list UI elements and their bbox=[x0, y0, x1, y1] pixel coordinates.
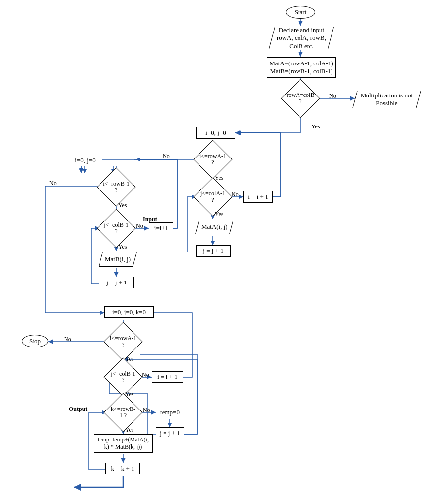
output-section-label: Output bbox=[69, 406, 87, 413]
krowb-decision: k<=rowB-1 ? bbox=[109, 399, 137, 426]
irowa2-decision: i<=rowA-1 ? bbox=[109, 328, 137, 355]
iinc1-label: i = i + 1 bbox=[248, 193, 268, 201]
ijk0-label: i=0, j=0, k=0 bbox=[112, 308, 146, 316]
start-label: Start bbox=[295, 8, 307, 16]
iinc1-process: i = i + 1 bbox=[243, 191, 273, 203]
yes-label-4: Yes bbox=[118, 202, 127, 209]
mult-impossible-io: Multiplication is not Possible bbox=[352, 91, 421, 108]
ij0-top: i=0, j=0 bbox=[196, 127, 235, 139]
rowa-colb-label: rowA=colB ? bbox=[287, 85, 314, 112]
no-label-4: No bbox=[136, 222, 143, 230]
no-label-7: No bbox=[142, 371, 149, 378]
jcolb2-label: j<=colB-1 ? bbox=[109, 363, 137, 391]
yes-label-2: Yes bbox=[215, 174, 223, 182]
declare-io: Declare and input rowA, colA, rowB, ColB… bbox=[269, 27, 334, 49]
no-label-3: No bbox=[232, 191, 239, 198]
jinc2-process: j = j + 1 bbox=[100, 277, 134, 288]
matdef-label: MatA=(rowA-1, colA-1) MatB=(rowB-1, colB… bbox=[269, 60, 333, 76]
temp0-process: temp=0 bbox=[156, 407, 184, 418]
ij0-top-label: i=0, j=0 bbox=[205, 129, 226, 137]
ij0-left-label: i=0, j=0 bbox=[75, 157, 95, 164]
mult-impossible-label: Multiplication is not Possible bbox=[357, 92, 416, 108]
jcolb-label: j<=colB-1 ? bbox=[102, 215, 130, 242]
irowb-label: i<=rowB-1 ? bbox=[102, 173, 130, 201]
matb-io: MatB(i, j) bbox=[99, 252, 137, 267]
irowa-decision: i<=rowA-1 ? bbox=[199, 146, 227, 173]
yes-label-8: Yes bbox=[125, 426, 133, 434]
tempformula-process: temp=temp+(MatA(i, k) * MatB(k, j)) bbox=[94, 434, 153, 453]
jinc3-label: j = j + 1 bbox=[160, 429, 180, 437]
iinc2-process: i=i+1 bbox=[149, 222, 173, 234]
no-label-8: No bbox=[143, 407, 150, 414]
jcola-label: j<=colA-1 ? bbox=[199, 183, 227, 211]
no-label-1: No bbox=[329, 93, 336, 100]
yes-label-1: Yes bbox=[311, 123, 320, 130]
ijk0-process: i=0, j=0, k=0 bbox=[104, 306, 154, 318]
ij0-left: i=0, j=0 bbox=[68, 155, 102, 166]
no-label-5: No bbox=[49, 180, 57, 187]
iinc2-label: i=i+1 bbox=[154, 224, 168, 232]
irowa-label: i<=rowA-1 ? bbox=[199, 146, 227, 173]
yes-label-3: Yes bbox=[215, 211, 223, 218]
kinc-process: k = k + 1 bbox=[105, 463, 140, 474]
jcolb2-decision: j<=colB-1 ? bbox=[109, 363, 137, 391]
rowa-colb-decision: rowA=colB ? bbox=[287, 85, 314, 112]
no-label-2: No bbox=[163, 153, 170, 160]
mata-io-label: MatA(i, j) bbox=[201, 223, 228, 231]
start-terminator: Start bbox=[286, 6, 315, 19]
yes-label-7: Yes bbox=[125, 391, 133, 398]
jcola-decision: j<=colA-1 ? bbox=[199, 183, 227, 211]
yes-label-6: Yes bbox=[125, 355, 133, 363]
mata-io: MatA(i, j) bbox=[195, 220, 233, 234]
irowa2-label: i<=rowA-1 ? bbox=[109, 328, 137, 355]
matdef-process: MatA=(rowA-1, colA-1) MatB=(rowB-1, colB… bbox=[267, 57, 336, 78]
matb-io-label: MatB(i, j) bbox=[105, 255, 131, 263]
jcolb-decision: j<=colB-1 ? bbox=[102, 215, 130, 242]
no-label-6: No bbox=[64, 336, 71, 343]
irowb-decision: i<=rowB-1 ? bbox=[102, 173, 130, 201]
stop-label: Stop bbox=[29, 337, 41, 345]
tempformula-label: temp=temp+(MatA(i, k) * MatB(k, j)) bbox=[96, 436, 150, 451]
iinc3-process: i = i + 1 bbox=[152, 371, 183, 383]
stop-terminator: Stop bbox=[22, 335, 48, 347]
kinc-label: k = k + 1 bbox=[111, 465, 134, 472]
yes-label-5: Yes bbox=[118, 243, 127, 251]
declare-label: Declare and input rowA, colA, rowB, ColB… bbox=[274, 26, 329, 50]
temp0-label: temp=0 bbox=[160, 409, 180, 416]
input-section-label: Input bbox=[143, 216, 157, 223]
jinc1-process: j = j + 1 bbox=[196, 245, 231, 257]
jinc2-label: j = j + 1 bbox=[106, 279, 127, 286]
jinc3-process: j = j + 1 bbox=[156, 427, 184, 439]
krowb-label: k<=rowB-1 ? bbox=[109, 399, 137, 426]
iinc3-label: i = i + 1 bbox=[157, 373, 177, 381]
jinc1-label: j = j + 1 bbox=[203, 247, 223, 255]
flowchart-canvas: Start Declare and input rowA, colA, rowB… bbox=[0, 0, 432, 504]
